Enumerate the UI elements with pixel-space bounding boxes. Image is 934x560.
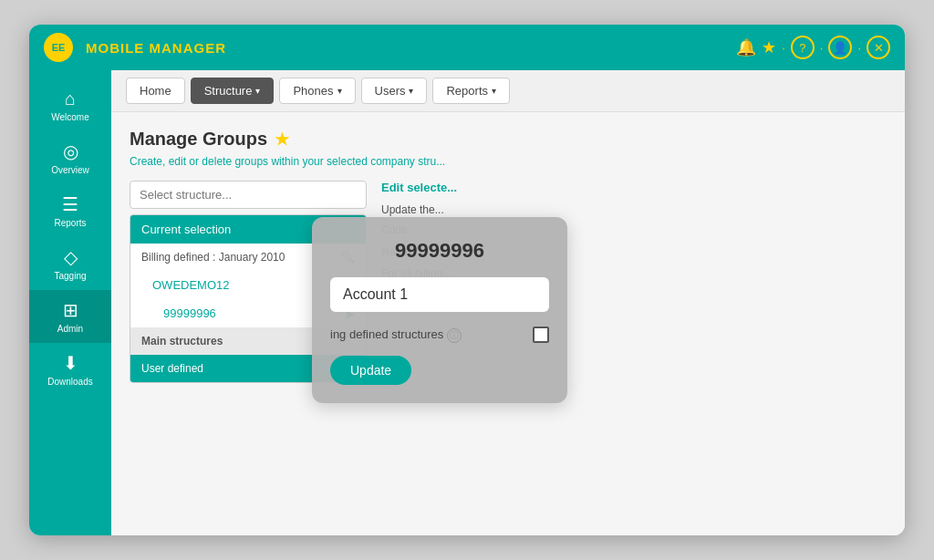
sidebar-label-tagging: Tagging — [54, 271, 86, 281]
sidebar-item-reports[interactable]: ☰ Reports — [29, 184, 111, 237]
two-col-layout: Current selection Billing defined : Janu… — [130, 181, 887, 383]
close-icon[interactable]: ✕ — [867, 36, 890, 59]
app-title: MOBILE MANAGER — [86, 40, 736, 56]
popup-update-button[interactable]: Update — [330, 356, 411, 385]
sidebar-item-overview[interactable]: ◎ Overview — [29, 131, 111, 184]
popup-number: 99999996 — [330, 239, 549, 263]
sidebar-item-welcome[interactable]: ⌂ Welcome — [29, 79, 111, 131]
sidebar-label-admin: Admin — [57, 324, 83, 334]
reports-arrow: ▾ — [492, 86, 496, 96]
popup-checkbox[interactable] — [533, 327, 549, 343]
nav-bar: Home Structure ▾ Phones ▾ Users ▾ Report… — [111, 70, 905, 112]
top-icons: 🔔 ★ · ? · 👤 · ✕ — [736, 36, 890, 59]
phones-arrow: ▾ — [337, 86, 342, 96]
popup-checkbox-text: ing defined structures — [330, 327, 443, 341]
reports-icon: ☰ — [62, 193, 78, 215]
nav-home[interactable]: Home — [126, 78, 185, 104]
sidebar-item-downloads[interactable]: ⬇ Downloads — [29, 343, 111, 396]
sidebar-item-admin[interactable]: ⊞ Admin — [29, 290, 111, 343]
popup-checkbox-label: ing defined structures ⓘ — [330, 327, 462, 343]
main-layout: ⌂ Welcome ◎ Overview ☰ Reports ◇ Tagging… — [29, 70, 905, 535]
tagging-icon: ◇ — [64, 246, 78, 268]
info-icon[interactable]: ⓘ — [447, 328, 462, 343]
page-title: Manage Groups ★ — [130, 129, 887, 150]
star-icon-top[interactable]: ★ — [762, 37, 776, 57]
sidebar-label-welcome: Welcome — [51, 112, 89, 122]
nav-phones[interactable]: Phones ▾ — [279, 78, 355, 104]
sidebar-item-tagging[interactable]: ◇ Tagging — [29, 237, 111, 290]
nav-structure[interactable]: Structure ▾ — [191, 78, 275, 104]
sidebar-label-overview: Overview — [51, 165, 89, 175]
bell-icon[interactable]: 🔔 — [736, 37, 756, 57]
welcome-icon: ⌂ — [65, 88, 76, 109]
page-content: Manage Groups ★ Create, edit or delete g… — [111, 112, 905, 535]
browser-window: EE MOBILE MANAGER 🔔 ★ · ? · 👤 · ✕ ⌂ Welc… — [29, 25, 905, 535]
popup-overlay: 99999996 ing defined structures ⓘ Update — [312, 217, 567, 403]
popup-checkbox-row: ing defined structures ⓘ — [330, 327, 549, 343]
ee-logo: EE — [44, 33, 73, 62]
page-subtitle: Create, edit or delete groups within you… — [130, 155, 887, 168]
structure-arrow: ▾ — [255, 86, 260, 96]
edit-label: Edit selecte... — [381, 181, 887, 194]
content-area: Home Structure ▾ Phones ▾ Users ▾ Report… — [111, 70, 905, 535]
admin-icon: ⊞ — [63, 299, 78, 321]
user-icon[interactable]: 👤 — [828, 36, 852, 59]
sidebar: ⌂ Welcome ◎ Overview ☰ Reports ◇ Tagging… — [29, 70, 111, 535]
nav-users[interactable]: Users ▾ — [361, 78, 428, 104]
update-the-label: Update the... — [381, 203, 887, 216]
title-star-icon[interactable]: ★ — [275, 130, 289, 150]
overview-icon: ◎ — [63, 140, 78, 162]
nav-reports[interactable]: Reports ▾ — [432, 78, 510, 104]
popup-account-input[interactable] — [330, 277, 549, 312]
separator1: · — [782, 41, 785, 55]
separator2: · — [820, 41, 824, 55]
top-bar: EE MOBILE MANAGER 🔔 ★ · ? · 👤 · ✕ — [29, 25, 905, 70]
sidebar-label-downloads: Downloads — [47, 377, 92, 387]
downloads-icon: ⬇ — [63, 352, 78, 374]
sidebar-label-reports: Reports — [54, 218, 86, 228]
separator3: · — [857, 41, 861, 55]
users-arrow: ▾ — [409, 86, 413, 96]
select-structure-input[interactable] — [130, 181, 367, 209]
question-icon[interactable]: ? — [791, 36, 815, 59]
